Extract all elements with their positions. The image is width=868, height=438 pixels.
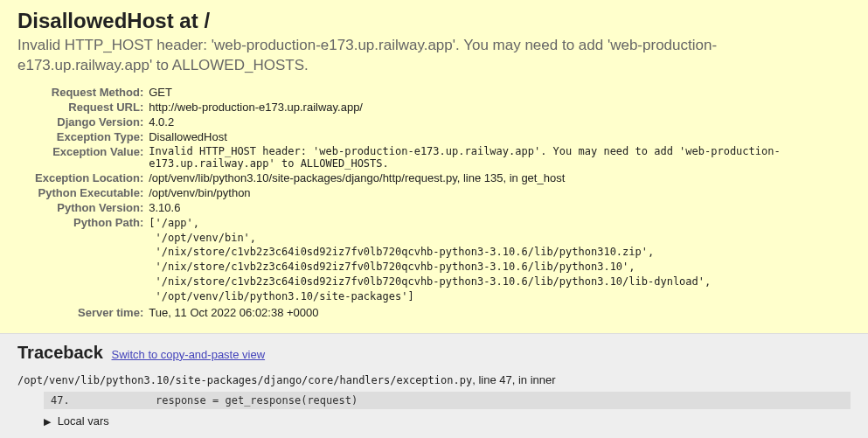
label-request-method: Request Method:	[35, 85, 149, 100]
frame-location[interactable]: /opt/venv/lib/python3.10/site-packages/d…	[17, 373, 851, 386]
frame-path: /opt/venv/lib/python3.10/site-packages/d…	[17, 374, 472, 386]
context-code: response = get_response(request)	[156, 394, 358, 407]
value-python-version: 3.10.6	[149, 200, 851, 215]
value-server-time: Tue, 11 Oct 2022 06:02:38 +0000	[149, 305, 851, 320]
traceback-section: Traceback Switch to copy-and-paste view …	[0, 333, 868, 438]
value-exception-type: DisallowedHost	[149, 129, 851, 144]
value-request-url: http://web-production-e173.up.railway.ap…	[149, 100, 851, 115]
label-python-path: Python Path:	[35, 215, 149, 305]
meta-table: Request Method: GET Request URL: http://…	[35, 85, 851, 320]
value-python-exe: /opt/venv/bin/python	[149, 185, 851, 200]
label-django-version: Django Version:	[35, 115, 149, 129]
label-server-time: Server time:	[35, 305, 149, 320]
label-python-version: Python Version:	[35, 200, 149, 215]
triangle-right-icon: ▶	[44, 416, 51, 427]
value-python-path: ['/app', '/opt/venv/bin', '/nix/store/c1…	[149, 216, 851, 304]
frame-line-info: , line 47, in inner	[472, 373, 555, 386]
value-django-version: 4.0.2	[149, 115, 851, 129]
traceback-heading: Traceback	[17, 343, 103, 363]
value-exception-location: /opt/venv/lib/python3.10/site-packages/d…	[149, 170, 851, 185]
label-exception-value: Exception Value:	[35, 144, 149, 170]
label-exception-location: Exception Location:	[35, 170, 149, 185]
label-exception-type: Exception Type:	[35, 129, 149, 144]
error-summary: DisallowedHost at / Invalid HTTP_HOST he…	[0, 0, 868, 333]
context-line[interactable]: 47. response = get_response(request)	[44, 392, 851, 409]
error-title: DisallowedHost at /	[17, 9, 851, 33]
local-vars-toggle[interactable]: ▶ Local vars	[44, 414, 851, 428]
label-request-url: Request URL:	[35, 100, 149, 115]
value-request-method: GET	[149, 85, 851, 100]
switch-view-link[interactable]: Switch to copy-and-paste view	[111, 348, 265, 361]
context-lineno: 47.	[51, 394, 156, 407]
local-vars-label: Local vars	[58, 414, 109, 428]
traceback-frame: /opt/venv/lib/python3.10/site-packages/d…	[17, 373, 851, 428]
value-exception-value: Invalid HTTP_HOST header: 'web-productio…	[149, 144, 851, 170]
error-subtitle: Invalid HTTP_HOST header: 'web-productio…	[17, 36, 851, 76]
label-python-exe: Python Executable:	[35, 185, 149, 200]
